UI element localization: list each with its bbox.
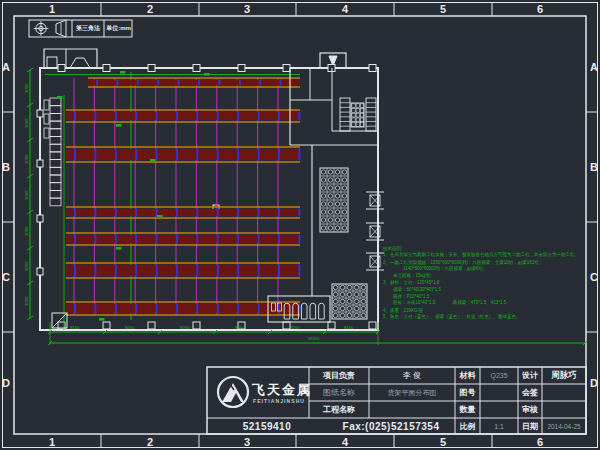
pallet-grid-block xyxy=(328,202,332,206)
green-marker xyxy=(157,215,163,218)
projection-unit-label: 单位:mm xyxy=(104,20,133,37)
column-marker xyxy=(58,65,65,72)
dimension-label: 3000 xyxy=(24,155,28,164)
pallet-grid-block xyxy=(335,218,339,222)
tb-drawing-no-label: 图号 xyxy=(455,384,480,401)
pallet-grid-block xyxy=(361,285,365,289)
tank-cylinder xyxy=(301,303,307,319)
column-marker xyxy=(103,65,110,72)
dimension-label: 8050 xyxy=(290,325,299,329)
pallet-grid-block xyxy=(340,299,344,303)
pallet-grid-block xyxy=(328,170,332,174)
rack-row-band xyxy=(66,304,300,313)
left-rack-strip xyxy=(50,160,61,168)
pallet-grid-block xyxy=(347,306,351,310)
column-marker xyxy=(283,322,290,329)
equipment-block xyxy=(356,113,359,117)
dimension-label: 8050 xyxy=(180,325,189,329)
equipment-block xyxy=(352,109,355,113)
pallet-grid-block xyxy=(335,210,339,214)
tb-designer-label: 设计 xyxy=(518,367,542,384)
grid-ref-top: 3 xyxy=(235,3,259,15)
green-marker xyxy=(116,124,122,127)
pallet-grid-block xyxy=(321,170,325,174)
dimension-label: 3000 xyxy=(24,119,28,128)
note-line: 2、一期工程货架规格：1250*600*6000(H)：六层横梁，主梁10组，副… xyxy=(383,259,579,266)
grid-ref-top: 6 xyxy=(528,3,552,15)
tb-scale-value: 1:1 xyxy=(480,418,518,434)
column-marker xyxy=(37,268,43,275)
left-rack-strip xyxy=(50,144,61,152)
grid-ref-bottom: 2 xyxy=(138,436,162,448)
left-rack-strip xyxy=(50,129,61,137)
pallet-grid-block xyxy=(347,285,351,289)
tb-project-lead-value: 李 俊 xyxy=(369,367,455,384)
pallet-grid-block xyxy=(333,292,337,296)
column-marker xyxy=(328,322,335,329)
equipment-block xyxy=(356,118,359,122)
pallet-grid-block xyxy=(335,178,339,182)
grid-ref-right: C xyxy=(584,271,600,283)
left-wall-cabinet xyxy=(44,128,49,138)
tb-reviewer-label: 审核 xyxy=(518,401,542,418)
technical-notes: 技术说明:1、仓库货架分为两期工程实施，安装、整改验收合格后方可投为二期工程，其… xyxy=(383,245,579,320)
green-marker xyxy=(116,247,122,250)
equipment-block xyxy=(360,104,363,108)
pallet-grid-block xyxy=(354,285,358,289)
grid-ref-top: 2 xyxy=(138,3,162,15)
pallet-grid-block xyxy=(321,210,325,214)
left-rack-strip xyxy=(50,152,61,160)
left-rack-strip xyxy=(50,106,61,114)
pallet-grid-block xyxy=(333,313,337,317)
tb-scale-label: 比例 xyxy=(455,418,480,434)
grid-ref-bottom: 6 xyxy=(528,436,552,448)
note-line: 技术说明: xyxy=(383,245,579,252)
equipment-block xyxy=(352,113,355,117)
green-marker xyxy=(150,159,156,162)
pallet-grid-block xyxy=(347,299,351,303)
dimension-label: 3000 xyxy=(24,262,28,271)
grid-ref-top: 1 xyxy=(40,3,64,15)
left-wall-cabinet xyxy=(44,114,49,124)
green-marker xyxy=(99,318,105,321)
grid-ref-right: B xyxy=(584,161,600,173)
pallet-grid-block xyxy=(333,299,337,303)
grid-ref-bottom: 5 xyxy=(431,436,455,448)
pallet-grid-block xyxy=(342,194,346,198)
grid-ref-bottom: 3 xyxy=(235,436,259,448)
tb-material-label: 材料 xyxy=(455,367,480,384)
column-marker xyxy=(369,65,376,72)
grid-ref-left: A xyxy=(0,61,16,73)
rack-row-band xyxy=(66,112,300,120)
tb-countersign-label: 会签 xyxy=(518,384,542,401)
rack-row-band xyxy=(66,209,300,216)
column-marker xyxy=(37,160,43,167)
left-rack-strip xyxy=(50,167,61,175)
dimension-label: 8150 xyxy=(344,325,353,329)
column-marker xyxy=(238,65,245,72)
rack-row-band xyxy=(88,80,300,85)
pallet-grid-block xyxy=(328,186,332,190)
left-rack-strip xyxy=(50,198,61,206)
pallet-grid-block xyxy=(361,313,365,317)
tb-reviewer-value xyxy=(542,401,586,418)
pallet-grid-block xyxy=(342,178,346,182)
company-name-en: FEITIANJINSHU xyxy=(253,398,305,404)
pallet-grid-block xyxy=(340,292,344,296)
grid-ref-left: C xyxy=(0,271,16,283)
left-rack-strip xyxy=(50,98,61,106)
left-rack-strip xyxy=(50,190,61,198)
pallet-grid-block xyxy=(342,186,346,190)
green-marker xyxy=(204,73,210,76)
column-marker xyxy=(283,65,290,72)
left-rack-strip xyxy=(50,137,61,145)
equipment-block xyxy=(356,109,359,113)
tb-quantity-label: 数量 xyxy=(455,401,480,418)
note-line: 4、承重：220KG/层 xyxy=(383,307,579,314)
equipment-block xyxy=(352,118,355,122)
left-rack-strip xyxy=(50,175,61,183)
pallet-grid-block xyxy=(321,186,325,190)
pallet-grid-block xyxy=(361,299,365,303)
tb-date-label: 日期 xyxy=(518,418,542,434)
pallet-grid-block xyxy=(342,226,346,230)
